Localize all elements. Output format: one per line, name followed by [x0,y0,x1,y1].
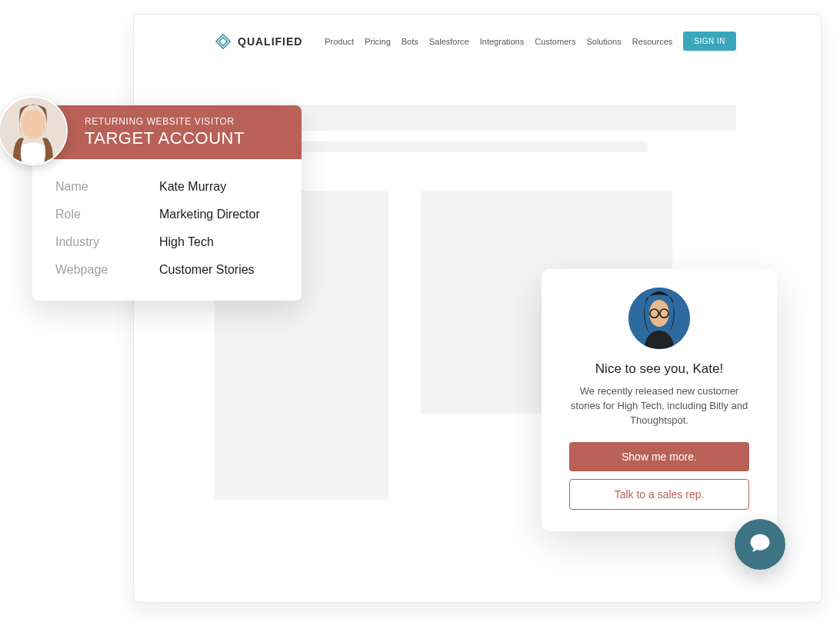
chat-widget: Nice to see you, Kate! We recently relea… [542,269,777,531]
visitor-field: Name Kate Murray [55,173,286,201]
nav-integrations[interactable]: Integrations [480,37,524,46]
field-label: Industry [55,235,159,249]
chat-talk-sales-button[interactable]: Talk to a sales rep. [569,479,749,510]
logo[interactable]: QUALIFIED [215,33,302,50]
field-label: Name [55,180,159,194]
nav-pricing[interactable]: Pricing [365,37,391,46]
nav-resources[interactable]: Resources [632,37,673,46]
field-value: Kate Murray [159,180,226,194]
field-label: Webpage [55,263,159,277]
visitor-avatar [0,96,68,165]
visitor-field: Webpage Customer Stories [55,256,286,284]
brand-name: QUALIFIED [238,35,302,48]
visitor-field: Role Marketing Director [55,201,286,228]
nav-bots[interactable]: Bots [402,37,418,46]
field-label: Role [55,208,159,221]
visitor-field: Industry High Tech [55,228,286,256]
nav-product[interactable]: Product [325,37,354,46]
chat-launcher-button[interactable] [735,519,785,570]
field-value: Marketing Director [159,208,260,221]
chat-bubble-icon [748,531,772,557]
chat-show-more-button[interactable]: Show me more. [569,442,749,471]
chat-greeting: Nice to see you, Kate! [569,361,749,377]
visitor-title: TARGET ACCOUNT [85,128,288,148]
chat-agent-avatar [628,288,690,349]
nav-solutions[interactable]: Solutions [586,37,621,46]
field-value: Customer Stories [159,263,255,277]
visitor-panel: RETURNING WEBSITE VISITOR TARGET ACCOUNT… [32,105,302,301]
visitor-subtitle: RETURNING WEBSITE VISITOR [85,116,288,127]
field-value: High Tech [159,235,214,249]
main-nav: Product Pricing Bots Salesforce Integrat… [325,32,736,51]
visitor-header: RETURNING WEBSITE VISITOR TARGET ACCOUNT [32,105,302,159]
nav-customers[interactable]: Customers [535,37,575,46]
nav-salesforce[interactable]: Salesforce [429,37,469,46]
chat-message: We recently released new customer storie… [569,384,749,428]
brand-diamond-icon [215,33,232,50]
visitor-body: Name Kate Murray Role Marketing Director… [32,159,302,301]
sign-in-button[interactable]: SIGN IN [683,32,736,51]
header: QUALIFIED Product Pricing Bots Salesforc… [134,15,821,58]
